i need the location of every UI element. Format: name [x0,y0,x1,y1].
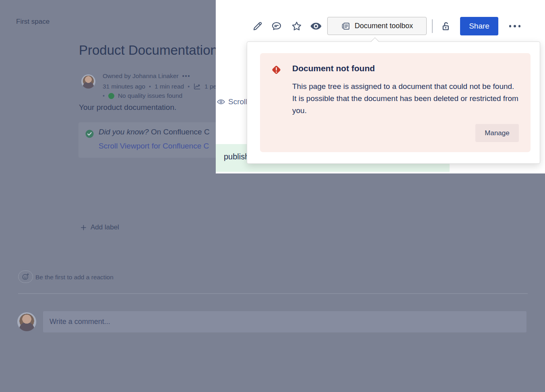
space-name: First space [16,18,50,26]
alert-title: Document not found [292,64,375,73]
document-toolbox-button[interactable]: Document toolbox [327,17,427,35]
analytics-icon [193,83,201,90]
watch-eye-icon[interactable] [309,19,323,33]
add-label-button[interactable]: Add label [80,223,119,231]
alert-body: This page tree is assigned to a document… [292,80,520,117]
comments-divider [18,293,528,294]
owner-avatar [81,74,95,89]
toolbar-divider [432,19,433,33]
owner-label: Owned by Johanna Linaker [103,72,179,80]
star-icon[interactable] [289,19,304,33]
document-toolbox-popup: Document not found This page tree is ass… [247,41,540,164]
byline-meta-row: 31 minutes ago • 1 min read • 1 pe [103,83,217,90]
quality-status: No quality issues found [118,92,182,99]
check-circle-icon [85,129,94,138]
time-ago: 31 minutes ago [103,83,145,90]
manage-button[interactable]: Manage [475,124,519,142]
comment-placeholder: Write a comment... [50,318,110,326]
panel-lead: Did you know? [99,128,149,136]
popup-arrow [371,37,379,45]
comment-icon[interactable] [269,19,284,33]
byline-owner-row: Owned by Johanna Linaker ••• [103,72,190,80]
owner-more-button[interactable]: ••• [182,73,191,79]
byline-quality-row: • No quality issues found [103,92,182,99]
panel-text: On Confluence C [149,128,210,136]
error-diamond-icon [270,64,282,76]
eye-icon [217,97,225,106]
comment-input[interactable]: Write a comment... [43,311,526,332]
publish-text: publish [224,152,249,161]
plus-icon [80,224,87,231]
document-toolbox-icon [341,21,351,31]
status-green-dot [108,93,114,99]
spotlight-region: Scroll V publish [216,0,545,173]
read-time: 1 min read [155,83,184,90]
edit-pencil-icon[interactable] [250,19,265,33]
more-icon[interactable] [506,19,524,33]
panel-link[interactable]: Scroll Viewport for Confluence C [99,142,209,151]
page-intro-text: Your product documentation. [79,103,176,112]
page-title: Product Documentation [79,43,218,58]
add-reaction-button[interactable] [18,270,33,283]
reaction-prompt: Be the first to add a reaction [35,274,114,281]
confluence-page-with-spotlight: First space Product Documentation Owned … [0,0,545,392]
emoji-reaction-icon [21,272,30,281]
views-count: 1 pe [204,83,217,90]
unlock-icon[interactable] [438,19,452,33]
current-user-avatar [17,312,36,331]
document-not-found-alert: Document not found This page tree is ass… [260,53,531,152]
share-button[interactable]: Share [460,17,498,35]
